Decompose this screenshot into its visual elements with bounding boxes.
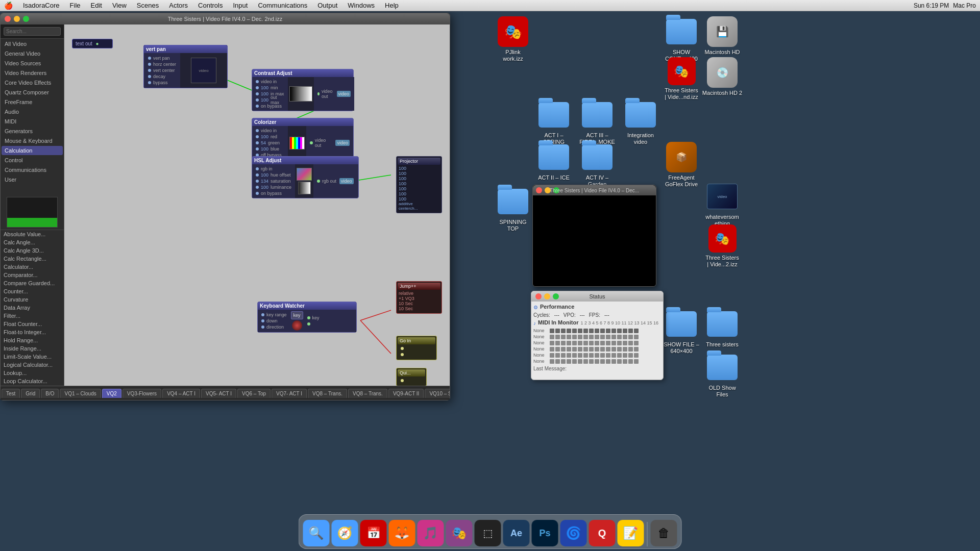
tab-vq7[interactable]: VQ7- ACT I	[272, 389, 307, 398]
menu-help[interactable]: Help	[380, 1, 404, 10]
dock-quicktime[interactable]: Q	[589, 520, 616, 546]
tab-vq10[interactable]: VQ10 – Shift	[425, 389, 450, 398]
dock-photoshop[interactable]: Ps	[532, 520, 558, 546]
menu-communications[interactable]: Communications	[253, 1, 312, 10]
sidebar-cat-video-renderers[interactable]: Video Renderers	[2, 68, 63, 78]
sidebar-item-calc-rect[interactable]: Calc Rectangle...	[1, 255, 64, 263]
desktop-icon-act4[interactable]: ACT IV –Garden	[577, 142, 618, 188]
sidebar-cat-comms[interactable]: Communications	[2, 165, 63, 174]
tab-vq6[interactable]: VQ6 – Top	[237, 389, 271, 398]
dock-finder[interactable]: 🔍	[303, 520, 330, 546]
hsl-node[interactable]: HSL Adjust rgb in 100 hue offset 134 sat…	[252, 156, 359, 198]
desktop-icon-show-cont[interactable]: SHOWCONT...×400	[661, 16, 702, 62]
apple-menu[interactable]: 🍎	[4, 2, 13, 10]
desktop-icon-mac-hd[interactable]: 💾 Macintosh HD	[702, 16, 743, 56]
dock-app1[interactable]: 🌀	[560, 520, 587, 546]
text-out-node[interactable]: text out ●	[72, 39, 113, 48]
desktop-icon-integration[interactable]: Integrationvideo	[620, 99, 661, 145]
tab-vq5[interactable]: VQ5- ACT I	[201, 389, 236, 398]
sidebar-item-curvature[interactable]: Curvature	[1, 295, 64, 304]
status-minimize[interactable]	[544, 293, 550, 299]
sidebar-item-loop-calc[interactable]: Loop Calculator...	[1, 377, 64, 385]
canvas-area[interactable]: text out ● vert pan vert pan horz center…	[64, 24, 450, 386]
vp-close[interactable]	[536, 187, 542, 193]
desktop-icon-old-show[interactable]: OLD ShowFiles	[702, 352, 743, 398]
menu-scenes[interactable]: Scenes	[132, 1, 164, 10]
menu-input[interactable]: Input	[228, 1, 253, 10]
sidebar-item-counter[interactable]: Counter...	[1, 287, 64, 295]
dock-notes[interactable]: 📝	[618, 520, 644, 546]
dock-ical[interactable]: 📅	[360, 520, 387, 546]
desktop-icon-freeagent[interactable]: 📦 FreeAgentGoFlex Drive	[661, 142, 702, 188]
desktop-icon-act1[interactable]: ACT I –SPRING	[533, 99, 574, 145]
sidebar-item-calc-angle-3d[interactable]: Calc Angle 3D...	[1, 246, 64, 255]
tab-grid[interactable]: Grid	[21, 389, 40, 398]
tab-vq3[interactable]: VQ3-Flowers	[122, 389, 161, 398]
dock-spaces[interactable]: ⬚	[475, 520, 501, 546]
menu-edit[interactable]: Edit	[86, 1, 107, 10]
desktop-icon-act3[interactable]: ACT III –FIRE/...MOKE	[577, 99, 618, 145]
tab-vq2[interactable]: VQ2	[102, 389, 121, 398]
tab-vq4[interactable]: VQ4 – ACT I	[162, 389, 200, 398]
sidebar-item-calculator[interactable]: Calculator...	[1, 263, 64, 271]
sidebar-item-float-counter[interactable]: Float Counter...	[1, 320, 64, 328]
dock-aftereffects[interactable]: Ae	[503, 520, 530, 546]
vert-pan-node[interactable]: vert pan vert pan horz center vert cente…	[143, 45, 228, 88]
sidebar-cat-calculation[interactable]: Calculation	[2, 146, 63, 155]
colorizer-node[interactable]: Colorizer video in 100 red 54 green 100 …	[252, 118, 354, 160]
sidebar-item-filter[interactable]: Filter...	[1, 312, 64, 320]
menu-file[interactable]: File	[65, 1, 86, 10]
sidebar-cat-mouse[interactable]: Mouse & Keyboard	[2, 136, 63, 145]
status-close[interactable]	[535, 293, 542, 299]
dock-firefox[interactable]: 🦊	[389, 520, 415, 546]
sidebar-cat-video-sources[interactable]: Video Sources	[2, 59, 63, 68]
tab-vq9[interactable]: VQ9-ACT II	[388, 389, 424, 398]
tab-vq8a[interactable]: VQ8 – Trans.	[308, 389, 347, 398]
sidebar-item-calc-angle[interactable]: Calc Angle...	[1, 238, 64, 246]
sidebar-cat-audio[interactable]: Audio	[2, 107, 63, 116]
window-minimize-button[interactable]	[14, 16, 20, 22]
tab-vq8b[interactable]: VQ8 – Trans.	[348, 389, 387, 398]
menu-view[interactable]: View	[107, 1, 132, 10]
desktop-icon-pjlink[interactable]: 🎭 PJlinkwork.izz	[493, 16, 533, 62]
sidebar-cat-general-video[interactable]: General Video	[2, 49, 63, 58]
menu-actors[interactable]: Actors	[164, 1, 193, 10]
goin-node[interactable]: Go In	[396, 336, 437, 360]
sidebar-cat-quartz[interactable]: Quartz Composer	[2, 88, 63, 97]
desktop-icon-mac-hd-2[interactable]: 💿 Macintosh HD 2	[702, 57, 743, 96]
tab-test[interactable]: Test	[2, 389, 20, 398]
dock-trash[interactable]: 🗑	[651, 520, 677, 546]
sidebar-item-float-int[interactable]: Float-to Integer...	[1, 328, 64, 336]
sidebar-item-absolute[interactable]: Absolute Value...	[1, 230, 64, 238]
window-close-button[interactable]	[5, 16, 11, 22]
keyboard-watcher-node[interactable]: Keyboard Watcher key range down directio…	[257, 302, 357, 333]
sidebar-cat-generators[interactable]: Generators	[2, 127, 63, 136]
menu-controls[interactable]: Controls	[193, 1, 228, 10]
status-zoom[interactable]	[553, 293, 559, 299]
sidebar-item-limit-scale[interactable]: Limit-Scale Value...	[1, 353, 64, 361]
menu-isadora[interactable]: IsadoraCore	[18, 1, 65, 10]
window-zoom-button[interactable]	[23, 16, 29, 22]
desktop-icon-three-sisters-2[interactable]: 🎭 Three Sisters| Vide...2.izz	[702, 224, 743, 268]
sidebar-item-logical-calc[interactable]: Logical Calculator...	[1, 361, 64, 369]
tab-bo[interactable]: B/O	[41, 389, 59, 398]
sidebar-item-lookup[interactable]: Lookup...	[1, 369, 64, 377]
sidebar-item-inside-range[interactable]: Inside Range...	[1, 344, 64, 353]
jump-node[interactable]: Jump++ relative +1 VQ3 10 Sec 10 Sec	[396, 281, 442, 314]
sidebar-cat-user[interactable]: User	[2, 175, 63, 184]
desktop-icon-show-file[interactable]: SHOW FILE –640×400	[661, 309, 702, 355]
sidebar-cat-core-video[interactable]: Core Video Effects	[2, 78, 63, 87]
desktop-icon-act2[interactable]: ACT II – ICE	[533, 142, 574, 181]
dock-isadora[interactable]: 🎭	[446, 520, 473, 546]
projector-node[interactable]: Projector 100 100 100 100 100 100 100 ad…	[396, 156, 442, 213]
sidebar-cat-midi[interactable]: MIDI	[2, 117, 63, 126]
sidebar-item-comparator[interactable]: Comparator...	[1, 271, 64, 279]
sidebar-cat-all-video[interactable]: All Video	[2, 39, 63, 48]
menu-output[interactable]: Output	[312, 1, 342, 10]
sidebar-search-input[interactable]	[4, 27, 61, 36]
sidebar-item-hold-range[interactable]: Hold Range...	[1, 336, 64, 344]
sidebar-cat-control[interactable]: Control	[2, 156, 63, 165]
contrast-node[interactable]: Contrast Adjust video in 100 min 100 in …	[252, 69, 354, 111]
tab-vq1[interactable]: VQ1 – Clouds	[60, 389, 101, 398]
dock-itunes[interactable]: 🎵	[418, 520, 444, 546]
